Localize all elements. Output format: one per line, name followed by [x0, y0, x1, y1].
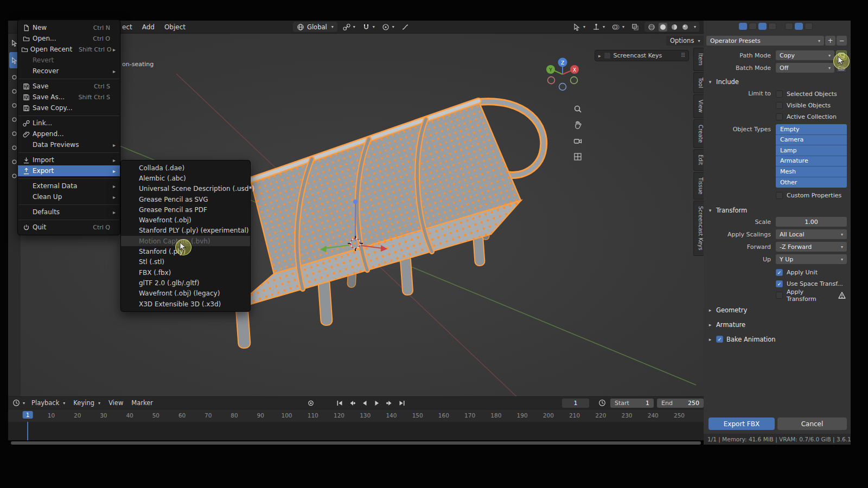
- current-frame-field[interactable]: 1: [562, 399, 589, 408]
- object-type-other[interactable]: Other: [776, 177, 847, 188]
- cancel-button[interactable]: Cancel: [777, 418, 847, 430]
- export-menu-item-universal-scene-description-usd[interactable]: Universal Scene Description (.usd*): [121, 184, 250, 194]
- batch-mode-dropdown[interactable]: Off ▾: [776, 63, 834, 73]
- navigation-gizmo[interactable]: Z Y X: [544, 55, 582, 93]
- export-menu-item-gltf-2-0-glb-gltf[interactable]: glTF 2.0 (.glb/.gltf): [121, 278, 250, 288]
- file-menu-item-revert[interactable]: Revert: [18, 55, 120, 66]
- file-menu-item-external-data[interactable]: External Data▸: [18, 181, 120, 191]
- embed-textures-button[interactable]: [836, 50, 847, 60]
- add-preset-button[interactable]: +: [825, 36, 835, 46]
- timeline-ruler[interactable]: 1 10203040506070809010011012013014015016…: [8, 409, 704, 422]
- export-menu-item-x3d-extensible-3d-x3d[interactable]: X3D Extensible 3D (.x3d): [121, 299, 250, 309]
- panel-header-icon[interactable]: [749, 23, 757, 30]
- panel-header-icon[interactable]: [785, 23, 793, 30]
- sidebar-tab-item[interactable]: Item: [693, 48, 704, 71]
- menu-object[interactable]: Object: [160, 22, 190, 33]
- file-menu-item-open[interactable]: Open...Ctrl O: [18, 33, 120, 44]
- xray-toggle[interactable]: [630, 22, 641, 32]
- proportional-editing-toggle[interactable]: ▾: [380, 22, 396, 32]
- file-menu-item-link[interactable]: Link...: [18, 118, 120, 129]
- timeline-view-menu[interactable]: View: [105, 398, 126, 408]
- bake-animation-checkbox[interactable]: ✓: [716, 336, 723, 343]
- file-menu-item-data-previews[interactable]: Data Previews▸: [18, 139, 120, 150]
- file-menu-item-export[interactable]: Export▸: [18, 165, 120, 176]
- menu-add[interactable]: Add: [138, 22, 159, 33]
- timeline-scrollbar[interactable]: [11, 441, 701, 445]
- export-menu-item-wavefront-obj[interactable]: Wavefront (.obj): [121, 215, 250, 225]
- export-menu-item-stanford-ply-ply-experimental[interactable]: Stanford PLY (.ply) (experimental): [121, 226, 250, 236]
- file-menu-item-recover[interactable]: Recover▸: [18, 66, 120, 76]
- timeline-tracks[interactable]: [8, 422, 704, 440]
- prev-keyframe-button[interactable]: [347, 399, 357, 407]
- proportional-falloff-button[interactable]: [400, 22, 411, 32]
- export-menu-item-grease-pencil-as-svg[interactable]: Grease Pencil as SVG: [121, 194, 250, 204]
- object-type-mesh[interactable]: Mesh: [776, 166, 847, 177]
- scale-field[interactable]: 1.00: [776, 217, 847, 227]
- file-menu-item-quit[interactable]: QuitCtrl Q: [18, 222, 120, 233]
- sidebar-tab-create[interactable]: Create: [693, 119, 704, 148]
- gizmo-minus-z-axis[interactable]: [559, 84, 566, 91]
- armature-section-header[interactable]: ▸Armature: [707, 319, 847, 330]
- sidebar-tab-tissue[interactable]: Tissue: [693, 172, 704, 200]
- frame-end-field[interactable]: End 250: [657, 399, 704, 408]
- apply-transform-checkbox[interactable]: [776, 292, 783, 299]
- remove-preset-button[interactable]: −: [837, 36, 847, 46]
- screencast-keys-panel[interactable]: ▸ Screencast Keys ⠿: [595, 50, 689, 61]
- playhead[interactable]: 1: [23, 411, 33, 419]
- export-menu-item-alembic-abc[interactable]: Alembic (.abc): [121, 173, 250, 183]
- playback-dropdown[interactable]: Playback▾: [28, 398, 68, 408]
- object-type-empty[interactable]: Empty: [776, 124, 847, 135]
- screencast-keys-checkbox[interactable]: [604, 52, 611, 59]
- shading-rendered-button[interactable]: [681, 23, 689, 31]
- batch-own-dir-button[interactable]: [836, 63, 847, 73]
- object-type-camera[interactable]: Camera: [776, 135, 847, 146]
- operator-presets-dropdown[interactable]: Operator Presets ▾: [706, 36, 824, 46]
- object-type-lamp[interactable]: Lamp: [776, 145, 847, 156]
- sidebar-tab-edit[interactable]: Edit: [693, 149, 704, 170]
- transform-section-header[interactable]: ▾ Transform: [707, 204, 847, 216]
- export-menu-item-grease-pencil-as-pdf[interactable]: Grease Pencil as PDF: [121, 204, 250, 215]
- export-fbx-button[interactable]: Export FBX: [709, 418, 775, 430]
- camera-view-icon[interactable]: [572, 135, 584, 147]
- transform-orientation-dropdown[interactable]: Global ▾: [293, 22, 337, 32]
- sidebar-tab-screencast-keys[interactable]: Screencast Keys: [693, 201, 704, 256]
- ortho-grid-icon[interactable]: [572, 151, 584, 163]
- snap-target-dropdown[interactable]: ▾: [341, 22, 357, 32]
- panel-header-icon[interactable]: [768, 23, 776, 30]
- apply-scalings-dropdown[interactable]: All Local▾: [776, 229, 847, 239]
- use-space-transf-checkbox[interactable]: ✓: [776, 280, 783, 287]
- path-mode-dropdown[interactable]: Copy ▾: [776, 50, 834, 60]
- bake-animation-section-header[interactable]: ▸ ✓ Bake Animation: [707, 333, 847, 345]
- frame-start-field[interactable]: Start 1: [610, 399, 654, 408]
- export-menu-item-motion-capture-bvh[interactable]: Motion Capture (.bvh): [121, 236, 250, 246]
- export-menu-item-wavefront-obj-legacy[interactable]: Wavefront (.obj) (legacy): [121, 288, 250, 299]
- options-dropdown[interactable]: Options ▾: [666, 36, 704, 46]
- export-menu-item-collada-dae[interactable]: Collada (.dae): [121, 163, 250, 173]
- selected-objects-checkbox[interactable]: [776, 91, 783, 98]
- jump-to-end-button[interactable]: [397, 399, 407, 407]
- file-menu-item-open-recent[interactable]: Open RecentShift Ctrl O▸: [18, 44, 120, 55]
- file-menu-item-save[interactable]: SaveCtrl S: [18, 81, 120, 92]
- panel-header-icon[interactable]: [795, 23, 803, 30]
- gizmos-dropdown[interactable]: ▾: [591, 22, 607, 32]
- pan-hand-icon[interactable]: [572, 119, 584, 131]
- geometry-section-header[interactable]: ▸Geometry: [707, 304, 847, 316]
- zoom-icon[interactable]: [572, 103, 584, 115]
- drag-grip-icon[interactable]: ⠿: [681, 52, 685, 59]
- selectability-dropdown[interactable]: ▾: [571, 22, 587, 32]
- next-keyframe-button[interactable]: [384, 399, 394, 407]
- visible-objects-checkbox[interactable]: [776, 102, 783, 109]
- panel-header-icon[interactable]: [758, 23, 767, 30]
- jump-to-start-button[interactable]: [334, 399, 344, 407]
- custom-properties-checkbox[interactable]: [776, 192, 783, 199]
- active-collection-checkbox[interactable]: [776, 113, 783, 120]
- file-menu-item-defaults[interactable]: Defaults▸: [18, 207, 120, 217]
- auto-key-toggle[interactable]: [305, 399, 316, 407]
- file-menu-item-append[interactable]: Append...: [18, 129, 120, 139]
- apply-unit-checkbox[interactable]: ✓: [776, 269, 783, 276]
- sidebar-tab-tool[interactable]: Tool: [693, 72, 704, 93]
- keying-dropdown[interactable]: Keying▾: [70, 398, 104, 408]
- editor-type-dropdown[interactable]: ▾: [11, 398, 27, 408]
- file-menu-item-save-as[interactable]: Save As...Shift Ctrl S: [18, 92, 120, 102]
- gizmo-minus-y-axis[interactable]: [571, 77, 578, 84]
